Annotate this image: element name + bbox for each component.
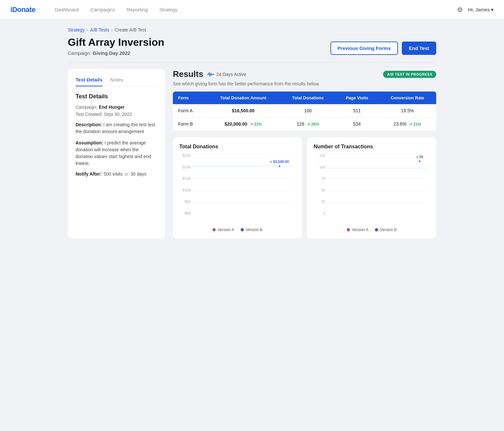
- breadcrumb-sep-1: ›: [87, 27, 88, 32]
- transactions-bars-area: + 26 ▲: [327, 154, 426, 215]
- logo-donate: Donate: [12, 6, 36, 14]
- col-amount: Total Donation Amount: [206, 92, 280, 104]
- transactions-chart-inner: 125 100 75 50 25 0: [314, 154, 430, 225]
- donations-y-axis: $25K $20K $15K $10K $5K $0K: [179, 154, 192, 215]
- tab-notes[interactable]: Notes: [110, 77, 123, 86]
- chevron-down-icon: ▾: [491, 7, 494, 13]
- form-a-name: Form A: [173, 104, 206, 117]
- form-b-conversion-delta: ↗ 21%: [409, 122, 421, 127]
- user-greeting: Hi, James: [468, 7, 490, 12]
- results-title: Results: [173, 69, 203, 79]
- col-conversion: Conversion Rate: [378, 92, 436, 104]
- status-badge: A/B TEST IN PROGRESS: [383, 71, 436, 78]
- nav-campaigns[interactable]: Campaigns: [90, 7, 115, 12]
- sidebar-tabs: Test Details Notes: [76, 77, 157, 87]
- form-a-conversion: 19.5%: [378, 104, 436, 117]
- y-label-5: $5K: [179, 200, 192, 203]
- results-panel: Results 24 Days Active A/B TEST IN PROGR…: [173, 69, 436, 239]
- ty-label-6: 0: [314, 211, 327, 215]
- ty-label-2: 100: [314, 165, 327, 169]
- section-divider: [68, 62, 436, 63]
- form-b-donations-delta: ↗ 26%: [307, 122, 319, 127]
- breadcrumb: Strategy › A/B Tests › Create A/B Test: [68, 27, 436, 32]
- page-title: Gift Array Inversion: [68, 36, 164, 48]
- results-subtitle: See which giving form has the better per…: [173, 81, 436, 86]
- t-legend-dot-b: [375, 228, 378, 231]
- description-block: Description: I am creating this test tes…: [76, 121, 157, 135]
- form-b-donations: 126 ↗ 26%: [280, 117, 335, 131]
- previous-giving-forms-button[interactable]: Previous Giving Forms: [330, 42, 398, 55]
- col-visits: Page Visits: [335, 92, 378, 104]
- t-legend-b: Version B: [375, 228, 397, 232]
- donations-bars-area: + $3,500.00 ▲: [192, 154, 292, 215]
- donations-bars-wrapper: [192, 154, 292, 215]
- charts-row: Total Donations $25K $20K $15K $10K $5K …: [173, 137, 436, 239]
- legend-a: Version A: [212, 228, 234, 232]
- results-table: Form Total Donation Amount Total Donatio…: [173, 92, 436, 131]
- app-logo[interactable]: iDonate: [10, 6, 35, 14]
- nav-links: Dashboard Campaigns Reporting Strategy: [55, 7, 457, 12]
- y-label-1: $25K: [179, 154, 192, 157]
- ty-label-3: 75: [314, 177, 327, 180]
- nav-strategy[interactable]: Strategy: [160, 7, 178, 12]
- breadcrumb-current: Create A/B Test: [114, 27, 146, 32]
- user-menu[interactable]: Hi, James ▾: [468, 7, 494, 13]
- form-a-donations: 100: [280, 104, 335, 117]
- transactions-chart-legend: Version A Version B: [314, 228, 430, 232]
- sidebar-section-title: Test Details: [76, 93, 157, 100]
- campaign-row: Campaign: End Hunger: [76, 105, 157, 110]
- form-b-amount-delta: ↗ 21%: [250, 122, 262, 127]
- y-label-4: $10K: [179, 188, 192, 192]
- table-row-form-b: Form B $20,000.00 ↗ 21% 126 ↗ 26% 534 23…: [173, 117, 436, 131]
- breadcrumb-ab-tests[interactable]: A/B Tests: [90, 27, 109, 32]
- results-title-row: Results 24 Days Active: [173, 69, 246, 79]
- donations-chart-legend: Version A Version B: [179, 228, 295, 232]
- ty-label-4: 50: [314, 188, 327, 192]
- legend-dot-b: [241, 228, 244, 231]
- t-legend-dot-a: [347, 228, 350, 231]
- header-actions: Previous Giving Forms End Test: [330, 42, 436, 55]
- results-active-indicator: 24 Days Active: [207, 72, 246, 77]
- breadcrumb-sep-2: ›: [111, 27, 113, 32]
- end-test-button[interactable]: End Test: [402, 42, 436, 55]
- tab-test-details[interactable]: Test Details: [76, 77, 102, 86]
- activity-icon: [207, 72, 214, 77]
- form-b-name: Form B: [173, 117, 206, 131]
- breadcrumb-strategy[interactable]: Strategy: [68, 27, 85, 32]
- form-b-amount: $20,000.00 ↗ 21%: [206, 117, 280, 131]
- legend-dot-a: [212, 228, 216, 231]
- col-form: Form: [173, 92, 206, 104]
- page-campaign: Campaign: Giving Day 2022: [68, 50, 164, 56]
- t-legend-a: Version A: [347, 228, 368, 232]
- form-a-amount: $16,500.00: [206, 104, 280, 117]
- donations-chart-inner: $25K $20K $15K $10K $5K $0K: [179, 154, 295, 225]
- y-label-2: $20K: [179, 165, 192, 169]
- form-b-visits: 534: [335, 117, 378, 131]
- col-donations: Total Donations: [280, 92, 335, 104]
- transactions-bars-wrapper: [327, 154, 426, 215]
- test-created-row: Test Created: Sept 30, 2022: [76, 112, 157, 117]
- transactions-chart: Number of Transactions 125 100 75 50 25 …: [307, 137, 436, 239]
- table-row-form-a: Form A $16,500.00 100 511 19.5%: [173, 104, 436, 117]
- assumption-block: Assumption: I predict the average donati…: [76, 140, 157, 167]
- navbar: iDonate Dashboard Campaigns Reporting St…: [0, 0, 504, 19]
- form-b-conversion: 23.6% ↗ 21%: [378, 117, 436, 131]
- nav-reporting[interactable]: Reporting: [126, 7, 148, 12]
- transactions-chart-title: Number of Transactions: [314, 144, 430, 150]
- y-label-3: $15K: [179, 177, 192, 180]
- transactions-y-axis: 125 100 75 50 25 0: [314, 154, 327, 215]
- ty-label-1: 125: [314, 154, 327, 157]
- main-panel: Test Details Notes Test Details Campaign…: [68, 69, 436, 239]
- results-header: Results 24 Days Active A/B TEST IN PROGR…: [173, 69, 436, 79]
- y-label-6: $0K: [179, 211, 192, 215]
- ty-label-5: 25: [314, 200, 327, 203]
- test-details-sidebar: Test Details Notes Test Details Campaign…: [68, 69, 165, 239]
- notify-row: Notify After: 500 visits or 30 days: [76, 171, 157, 177]
- total-donations-chart: Total Donations $25K $20K $15K $10K $5K …: [173, 137, 302, 239]
- form-a-visits: 511: [335, 104, 378, 117]
- nav-dashboard[interactable]: Dashboard: [55, 7, 78, 12]
- page-content: Strategy › A/B Tests › Create A/B Test G…: [57, 19, 447, 246]
- legend-b: Version B: [241, 228, 262, 232]
- donations-chart-title: Total Donations: [179, 144, 295, 150]
- gear-icon[interactable]: ⚙: [457, 6, 463, 14]
